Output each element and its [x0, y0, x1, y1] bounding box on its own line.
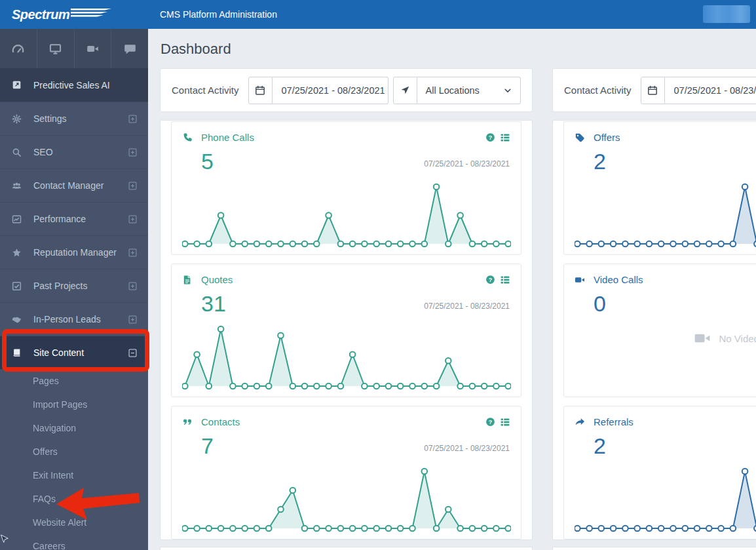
sidebar-item-label: Past Projects [33, 281, 87, 291]
location-select[interactable]: All Locations [417, 77, 521, 104]
metric-card-title: Offers [594, 132, 620, 143]
sidebar-icon-tabs [0, 29, 148, 68]
th-list-icon[interactable] [500, 275, 510, 285]
metric-card-header: Video Calls? [575, 274, 756, 285]
sidebar-subitem-pages[interactable]: Pages [0, 369, 148, 393]
next-panel-partial [552, 547, 756, 550]
calendar-icon [255, 85, 265, 96]
metric-card-header: Referrals? [575, 416, 756, 427]
sidebar-subitem-exit-intent[interactable]: Exit Intent [0, 463, 148, 487]
metric-value: 0 [594, 292, 756, 315]
sidebar-item-label: In-Person Leads [33, 314, 101, 324]
handshake-icon [12, 315, 26, 324]
sidebar-tab-video-camera[interactable] [75, 29, 112, 68]
svg-text:?: ? [489, 419, 492, 425]
th-list-icon[interactable] [500, 417, 510, 427]
sidebar-item-predictive-sales-ai[interactable]: Predictive Sales AI [0, 68, 148, 102]
metric-card-header: Offers? [575, 132, 756, 143]
calendar-icon [647, 85, 658, 96]
sidebar-item-label: Contact Manager [33, 180, 104, 191]
metric-card-header: Phone Calls? [182, 132, 510, 143]
sidebar: Spectrum Predictive Sales AISettingsSEOC… [0, 0, 148, 550]
plus-square-icon[interactable] [128, 214, 138, 224]
minus-square-icon[interactable] [128, 348, 138, 358]
svg-text:?: ? [489, 134, 492, 141]
sidebar-tab-monitor[interactable] [37, 29, 75, 68]
sidebar-item-label: Performance [33, 214, 86, 224]
location-select-value: All Locations [426, 85, 480, 96]
plus-square-icon[interactable] [128, 315, 138, 324]
chat-bubble-icon [124, 43, 136, 55]
filter-input-group: All Locations [248, 77, 521, 104]
sidebar-subitem-offers[interactable]: Offers [0, 440, 148, 463]
plus-square-icon[interactable] [128, 147, 138, 157]
metric-date-range: 07/25/2021 - 08/23/2021 [424, 302, 510, 311]
plus-square-icon[interactable] [128, 181, 138, 191]
sidebar-tab-gauge[interactable] [0, 29, 37, 68]
sidebar-item-site-content[interactable]: Site Content [0, 336, 148, 369]
sidebar-subitem-faqs[interactable]: FAQs [0, 487, 148, 511]
plus-square-icon[interactable] [128, 114, 138, 124]
sidebar-subitem-navigation[interactable]: Navigation [0, 416, 148, 440]
metric-card-title: Phone Calls [201, 132, 254, 143]
metrics-panel: Phone Calls?507/25/2021 - 08/23/2021Quot… [160, 120, 533, 540]
metric-card-tools: ? [485, 132, 510, 143]
metric-chart [575, 180, 756, 248]
video-camera-icon [575, 275, 585, 285]
panel-title: Contact Activity [564, 85, 632, 96]
metric-card-header: Contacts? [182, 416, 510, 427]
contact-activity-filter-bar: Contact ActivityAll Locations [160, 68, 533, 112]
page-title: Dashboard [148, 29, 756, 68]
question-circle-icon[interactable]: ? [485, 275, 495, 285]
tag-icon [575, 132, 585, 143]
user-account-redacted[interactable] [703, 5, 750, 23]
next-panel-partial [160, 547, 533, 550]
location-arrow-icon [400, 85, 410, 95]
sidebar-item-contact-manager[interactable]: Contact Manager [0, 168, 148, 202]
gear-icon [12, 114, 26, 124]
video-camera-icon [694, 330, 711, 347]
plus-square-icon[interactable] [128, 281, 138, 291]
metric-chart [182, 180, 510, 248]
metric-card-title: Quotes [201, 274, 233, 285]
logo-swoosh-icon [71, 7, 114, 19]
metric-card-title: Contacts [201, 416, 240, 427]
metric-card-offers: Offers?2 [563, 121, 756, 255]
sidebar-item-settings[interactable]: Settings [0, 102, 148, 135]
metric-card-tools: ? [485, 417, 510, 427]
plus-square-icon[interactable] [128, 248, 138, 258]
calendar-addon [641, 77, 665, 104]
external-link-square-icon [12, 80, 26, 90]
svg-text:?: ? [489, 277, 492, 283]
sidebar-item-past-projects[interactable]: Past Projects [0, 269, 148, 302]
phone-icon [182, 132, 193, 143]
sidebar-subitem-website-alert[interactable]: Website Alert [0, 511, 148, 534]
contact-activity-filter-bar: Contact Activity [552, 68, 756, 112]
share-icon [575, 417, 585, 427]
date-range-input[interactable] [273, 77, 388, 104]
question-circle-icon[interactable]: ? [485, 417, 495, 427]
sidebar-tab-chat-bubble[interactable] [111, 29, 148, 68]
star-icon [12, 248, 26, 258]
check-square-icon [12, 281, 26, 291]
metric-card-title: Referrals [594, 416, 633, 427]
brand-logo: Spectrum [0, 0, 148, 29]
dashboard-column-2: Contact ActivityOffers?2Video Calls?0No … [552, 68, 756, 550]
calendar-addon [248, 77, 273, 104]
dashboard-columns: Contact ActivityAll LocationsPhone Calls… [148, 68, 756, 550]
question-circle-icon[interactable]: ? [485, 132, 495, 142]
sidebar-item-seo[interactable]: SEO [0, 135, 148, 168]
metric-card-video-calls: Video Calls?0No Video Calls [563, 264, 756, 397]
chevron-down-icon [503, 86, 512, 95]
sidebar-item-label: Settings [33, 113, 67, 124]
sidebar-item-performance[interactable]: Performance [0, 202, 148, 235]
metric-value: 2 [594, 150, 756, 172]
sidebar-item-reputation-manager[interactable]: Reputation Manager [0, 235, 148, 269]
sidebar-item-in-person-leads[interactable]: In-Person Leads [0, 302, 148, 336]
date-range-input[interactable] [665, 77, 756, 104]
sidebar-subitem-import-pages[interactable]: Import Pages [0, 393, 148, 416]
metric-card-phone-calls: Phone Calls?507/25/2021 - 08/23/2021 [171, 121, 521, 255]
metric-chart [575, 465, 756, 533]
th-list-icon[interactable] [500, 132, 510, 143]
sidebar-subitem-careers[interactable]: Careers [0, 534, 148, 550]
